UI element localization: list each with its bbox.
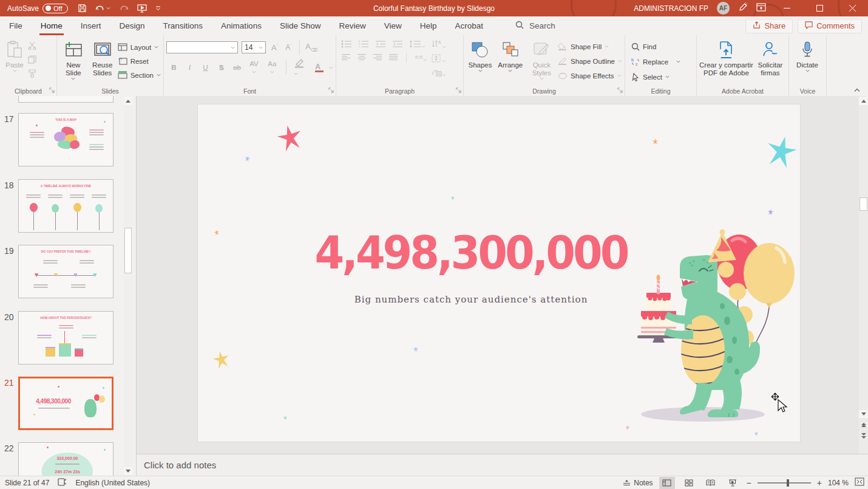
align-text-button[interactable] [431,54,446,64]
request-signatures-button[interactable]: Solicitar firmas [754,38,786,85]
minimize-button[interactable] [775,0,799,16]
increase-indent-button[interactable] [392,40,403,49]
ribbon-display-options-icon[interactable] [756,3,766,13]
shape-outline-button[interactable]: Shape Outline [558,55,622,67]
main-scrollbar-thumb[interactable] [860,197,867,211]
shape-effects-button[interactable]: Shape Effects [558,69,622,82]
thumbnail-slide-19[interactable]: DO YOU PREFER THIS TIMELINE? ♥ ♥ ♥ ♥ [18,245,114,298]
scroll-down-button[interactable] [859,410,868,418]
zoom-out-button[interactable]: − [747,478,751,488]
thumbnail-slide-16-partial[interactable] [18,96,114,103]
shape-fill-button[interactable]: Shape Fill [558,40,622,53]
reuse-slides-button[interactable]: Reuse Slides [89,38,117,85]
thumbnail-slide-22[interactable]: 333,000.00 24h 37m 23s [18,442,114,476]
tab-transitions[interactable]: Transitions [154,16,212,35]
tab-animations[interactable]: Animations [212,16,271,35]
font-color-button[interactable]: A [315,63,324,72]
font-name-combo[interactable] [166,41,238,53]
accessibility-checker-icon[interactable] [58,478,67,488]
format-painter-icon[interactable] [28,69,37,79]
columns-button[interactable] [415,53,427,63]
new-slide-button[interactable]: New Slide [59,38,87,85]
share-button[interactable]: Share [745,19,793,33]
quick-styles-button[interactable]: Quick Styles [527,38,557,85]
tab-view[interactable]: View [375,16,411,35]
slide-sorter-view-button[interactable] [681,477,697,489]
create-pdf-button[interactable]: Crear y compartir PDF de Adobe [699,38,753,85]
next-slide-button[interactable] [859,432,868,440]
italic-button[interactable]: I [185,64,195,71]
cut-icon[interactable] [28,41,37,51]
align-right-button[interactable] [373,53,382,63]
fit-slide-to-window-button[interactable] [855,477,864,488]
notes-pane[interactable]: Click to add notes [137,454,868,476]
thumbnail-slide-17[interactable]: THIS IS A MAP [18,113,114,166]
previous-slide-button[interactable] [859,421,868,429]
shapes-button[interactable]: Shapes [466,38,494,85]
tab-acrobat[interactable]: Acrobat [446,16,493,35]
decrease-indent-button[interactable] [375,40,386,49]
highlight-color-button[interactable] [294,58,310,77]
account-avatar[interactable]: AF [717,2,730,15]
tab-file[interactable]: File [0,16,32,35]
drawing-dialog-launcher[interactable] [617,87,623,94]
bold-button[interactable]: B [169,64,179,71]
slideshow-view-button[interactable] [725,477,741,489]
thumbnail-scrollbar[interactable] [124,97,132,475]
thumbnail-scroll-up-button[interactable] [124,97,132,105]
clipboard-dialog-launcher[interactable] [49,87,55,94]
justify-button[interactable] [388,53,398,63]
change-case-button[interactable]: Aa [266,60,279,75]
thumbnail-scrollbar-thumb[interactable] [124,228,132,273]
tab-design[interactable]: Design [110,16,154,35]
underline-button[interactable]: U [200,64,211,71]
notes-toggle-button[interactable]: Notes [623,479,653,487]
replace-button[interactable]: bc Replace [631,55,680,68]
reset-button[interactable]: Reset [118,55,161,67]
customize-quick-access-button[interactable] [155,6,161,11]
maximize-button[interactable] [807,0,832,16]
zoom-slider[interactable] [758,482,811,484]
account-name[interactable]: ADMINISTRACION FP [634,4,708,13]
tab-help[interactable]: Help [411,16,446,35]
thumbnail-slide-18[interactable]: A TIMELINE ALWAYS WORKS FINE [18,179,114,233]
thumbnail-slide-21-selected[interactable]: 4,498,300,000 [18,377,114,430]
save-button[interactable] [78,4,87,13]
text-direction-button[interactable]: A [431,40,446,50]
text-shadow-button[interactable]: S [216,64,226,71]
select-button[interactable]: Select [631,70,680,83]
align-center-button[interactable] [357,53,367,63]
copy-icon[interactable] [28,55,37,65]
redo-button-disabled[interactable] [119,4,129,13]
section-button[interactable]: Section [118,69,161,81]
numbering-button[interactable] [358,40,369,49]
undo-button[interactable] [95,4,110,13]
slide-indicator[interactable]: Slide 21 of 47 [5,479,49,487]
zoom-level[interactable]: 104 % [828,479,849,487]
decrease-font-size-button[interactable]: Aˇ [283,43,294,52]
dictate-button[interactable]: Dictate [792,38,823,85]
font-size-combo[interactable]: 14 [242,41,266,53]
thumbnail-slide-20[interactable]: HOW ABOUT THE PERCENTAGES? [18,311,114,364]
start-slideshow-button[interactable] [137,4,147,13]
reading-view-button[interactable] [703,477,719,489]
tab-review[interactable]: Review [330,16,375,35]
language-indicator[interactable]: English (United States) [75,479,150,487]
main-vertical-scrollbar[interactable] [859,96,868,454]
increase-font-size-button[interactable]: Aˆ [270,43,280,52]
align-left-button[interactable] [341,53,351,63]
zoom-slider-thumb[interactable] [787,479,789,487]
collapse-ribbon-button[interactable] [853,86,861,94]
tab-home[interactable]: Home [32,16,72,35]
tab-slideshow[interactable]: Slide Show [271,16,330,35]
strikethrough-button[interactable]: ab [232,64,242,71]
slide-21-editing-surface[interactable]: 4,498,300,000 Big numbers catch your aud… [198,104,800,442]
line-spacing-button[interactable] [409,40,426,49]
arrange-button[interactable]: Arrange [495,38,526,85]
convert-smartart-button[interactable] [431,68,446,78]
character-spacing-button[interactable]: AV [248,60,260,75]
normal-view-button[interactable] [659,477,675,489]
ink-pen-icon[interactable] [738,2,748,14]
thumbnail-scroll-down-button[interactable] [124,467,132,475]
zoom-in-button[interactable]: + [817,478,822,488]
